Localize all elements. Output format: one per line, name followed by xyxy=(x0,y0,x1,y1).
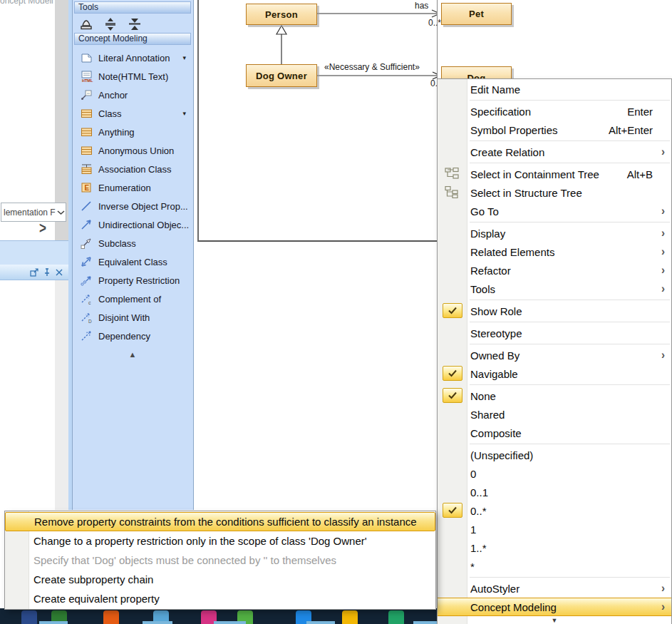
menu-item-label: 0..* xyxy=(470,505,487,517)
palette-item-unidirectional-objec[interactable]: Unidirectional Objec... xyxy=(72,215,193,234)
menu-item-create-relation[interactable]: Create Relation› xyxy=(438,143,671,161)
subclass-icon xyxy=(81,237,93,249)
palette-item-anything[interactable]: Anything xyxy=(72,123,193,141)
taskbar-icon[interactable] xyxy=(103,610,119,624)
palette-item-equivalent-class[interactable]: Equivalent Class xyxy=(72,252,193,271)
menu-item-label: None xyxy=(470,390,496,402)
submenu-item-label: Change to a property restriction only in… xyxy=(33,535,367,547)
palette-item-inverse-object-prop[interactable]: Inverse Object Prop... xyxy=(72,197,193,215)
menu-item-navigable[interactable]: Navigable xyxy=(438,364,671,383)
svg-text:E: E xyxy=(85,184,90,192)
submenu-arrow-icon: › xyxy=(661,144,665,158)
palette-item-label: Equivalent Class xyxy=(98,257,167,267)
submenu-item-4[interactable]: Create subproperty chain xyxy=(5,570,435,589)
palette-item-note-html-text[interactable]: HTMLNote(HTML Text) xyxy=(72,67,193,86)
taskbar-window-indicator[interactable] xyxy=(39,621,68,624)
palette-item-complement-of[interactable]: cComplement of xyxy=(72,290,193,308)
palette-item-subclass[interactable]: Subclass xyxy=(72,234,193,252)
menu-item-label: Owned By xyxy=(470,349,519,362)
containment-tree-icon xyxy=(445,168,459,180)
association-stereotype-label[interactable]: «Necessary & Sufficient» xyxy=(324,62,420,72)
class-pet[interactable]: Pet xyxy=(441,3,512,25)
menu-item-owned-by[interactable]: Owned By› xyxy=(438,346,671,364)
class-dog-owner[interactable]: Dog Owner xyxy=(246,64,317,87)
menu-item-display[interactable]: Display› xyxy=(438,224,671,242)
menu-item-1[interactable]: 1 xyxy=(438,520,671,538)
menu-item-shared[interactable]: Shared xyxy=(438,405,671,424)
taskbar-window-indicator[interactable] xyxy=(143,621,172,624)
palette-header-tools[interactable]: Tools xyxy=(74,1,191,14)
taskbar-icon[interactable] xyxy=(21,610,37,624)
menu-item-specification[interactable]: SpecificationEnter xyxy=(438,102,671,121)
association-name-label[interactable]: has xyxy=(415,1,428,11)
menu-item-0[interactable]: 0..* xyxy=(438,501,671,520)
menu-item-none[interactable]: None xyxy=(438,387,671,405)
menu-item-stereotype[interactable]: Stereotype xyxy=(438,324,671,342)
menu-item-[interactable]: * xyxy=(438,557,671,576)
taskbar-icon[interactable] xyxy=(342,610,358,624)
palette-item-disjoint-with[interactable]: DDisjoint With xyxy=(72,308,193,327)
submenu-item-2[interactable]: Change to a property restriction only in… xyxy=(5,531,435,551)
menu-scroll-down-icon[interactable]: ▼ xyxy=(438,616,671,624)
menu-item-related-elements[interactable]: Related Elements› xyxy=(438,242,671,261)
palette-item-association-class[interactable]: Association Class xyxy=(72,160,193,178)
stamp-tool-button[interactable] xyxy=(78,16,95,31)
taskbar-window-indicator[interactable] xyxy=(306,621,335,624)
palette-item-anonymous-union[interactable]: Anonymous Union xyxy=(72,141,193,160)
menu-item-tools[interactable]: Tools› xyxy=(438,280,671,298)
palette-item-class[interactable]: Class▾ xyxy=(72,104,193,123)
class-person[interactable]: Person xyxy=(246,4,317,25)
association-multiplicity-label[interactable]: 0..* xyxy=(428,18,441,28)
menu-item-autostyler[interactable]: AutoStyler› xyxy=(438,579,671,598)
close-icon[interactable] xyxy=(56,269,63,276)
menu-item-1[interactable]: 1..* xyxy=(438,538,671,557)
menu-item-refactor[interactable]: Refactor› xyxy=(438,261,671,280)
menu-item-shortcut: Enter xyxy=(627,106,653,118)
menu-item-label: Stereotype xyxy=(470,327,522,339)
submenu-item-1[interactable]: Remove property constraints from the con… xyxy=(5,512,435,531)
menu-item-label: Specification xyxy=(470,106,531,118)
palette-item-dependency[interactable]: Dependency xyxy=(72,327,193,345)
menu-item-unspecified[interactable]: (Unspecified) xyxy=(438,446,671,464)
menu-item-0[interactable]: 0 xyxy=(438,464,671,483)
palette-item-label: Inverse Object Prop... xyxy=(98,201,188,212)
anchor-icon xyxy=(81,89,93,101)
vertical-collapse-tool-button[interactable] xyxy=(126,16,143,31)
palette-scroll-up-icon[interactable]: ▲ xyxy=(72,350,193,359)
vertical-expand-tool-button[interactable] xyxy=(102,16,119,31)
palette-item-label: Class xyxy=(98,108,122,119)
menu-item-label: (Unspecified) xyxy=(470,449,533,461)
palette-header-concept-modeling[interactable]: Concept Modeling xyxy=(74,33,191,45)
menu-item-composite[interactable]: Composite xyxy=(438,424,671,442)
taskbar-icon[interactable] xyxy=(388,610,404,624)
restore-icon[interactable] xyxy=(30,268,38,277)
dropdown-arrow-icon[interactable]: ▾ xyxy=(182,110,186,117)
palette-item-label: Dependency xyxy=(98,331,150,342)
menu-item-0-1[interactable]: 0..1 xyxy=(438,483,671,501)
diagram-canvas[interactable]: Person Pet Dog Owner Dog has 0..* «Neces… xyxy=(197,0,438,242)
palette-item-literal-annotation[interactable]: Literal Annotation▾ xyxy=(72,48,193,67)
menu-item-select-in-containment-tree[interactable]: Select in Containment TreeAlt+B xyxy=(438,165,671,183)
pin-icon[interactable] xyxy=(43,268,51,277)
menu-item-symbol-properties[interactable]: Symbol PropertiesAlt+Enter xyxy=(438,121,671,139)
taskbar-window-indicator[interactable] xyxy=(214,621,246,624)
palette-item-enumeration[interactable]: EEnumeration xyxy=(72,178,193,197)
menu-item-edit-name[interactable]: Edit Name xyxy=(438,80,671,98)
perspective-combobox[interactable]: lementation F xyxy=(1,203,66,222)
menu-item-label: 1 xyxy=(470,523,476,536)
submenu-item-label: Remove property constraints from the con… xyxy=(34,516,417,528)
html-note-icon: HTML xyxy=(81,71,93,82)
palette-item-anchor[interactable]: Anchor xyxy=(72,86,193,104)
menu-item-show-role[interactable]: Show Role xyxy=(438,302,671,320)
menu-item-label: Select in Structure Tree xyxy=(470,187,582,199)
menu-item-go-to[interactable]: Go To› xyxy=(438,202,671,220)
menu-item-select-in-structure-tree[interactable]: Select in Structure Tree xyxy=(438,183,671,202)
expand-panel-button[interactable]: > xyxy=(39,220,46,238)
palette-item-property-restriction[interactable]: Property Restriction xyxy=(72,271,193,290)
dropdown-arrow-icon[interactable]: ▾ xyxy=(182,54,186,61)
svg-text:HTML: HTML xyxy=(82,78,93,82)
submenu-item-3: Specify that 'Dog' objects must be conne… xyxy=(5,551,435,570)
submenu-item-5[interactable]: Create equivalent property xyxy=(5,589,435,608)
svg-text:c: c xyxy=(88,300,91,305)
menu-item-concept-modeling[interactable]: Concept Modeling› xyxy=(438,598,671,616)
